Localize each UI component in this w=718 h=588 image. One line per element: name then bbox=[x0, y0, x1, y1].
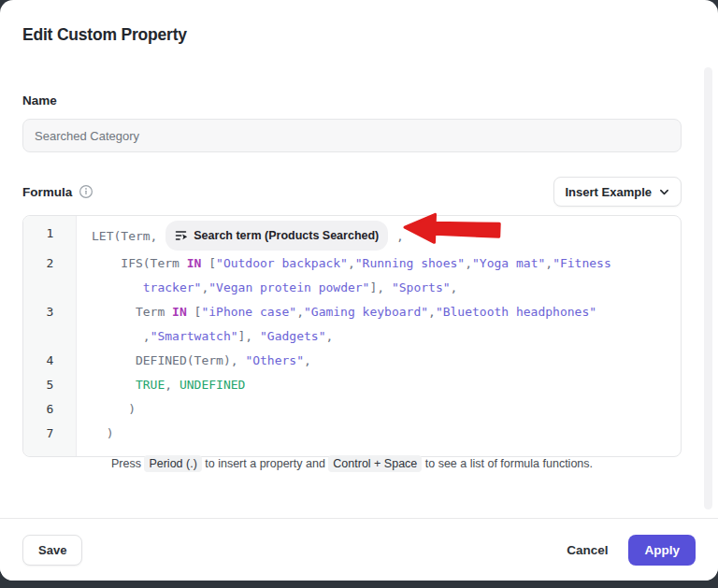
hint-text: to see a list of formula functions. bbox=[422, 457, 593, 470]
hint-text: Press bbox=[111, 457, 144, 470]
line-number: 2 bbox=[23, 251, 77, 300]
formula-editor[interactable]: 1LET(Term, Search term (Products Searche… bbox=[22, 215, 682, 457]
save-button[interactable]: Save bbox=[22, 535, 82, 566]
code-token: , bbox=[92, 329, 151, 343]
code-token: "Vegan protein powder" bbox=[208, 280, 369, 294]
code-token: , bbox=[451, 280, 458, 294]
code-line[interactable]: 4 DEFINED(Term), "Others", bbox=[23, 349, 681, 373]
code-token: IN bbox=[172, 305, 187, 319]
line-number: 5 bbox=[23, 373, 77, 397]
kbd-period: Period (.) bbox=[144, 455, 201, 472]
apply-button[interactable]: Apply bbox=[628, 535, 696, 566]
line-number: 6 bbox=[23, 397, 77, 422]
code-token: Term bbox=[92, 305, 172, 319]
code-token: , bbox=[465, 256, 472, 270]
code-token: "Others" bbox=[245, 353, 304, 367]
code-token: "Yoga mat" bbox=[472, 256, 545, 270]
code-line[interactable]: 2 IFS(Term IN ["Outdoor backpack","Runni… bbox=[23, 251, 681, 300]
code-token: , bbox=[165, 378, 180, 392]
edit-custom-property-modal: Edit Custom Property Name Formula Insert… bbox=[0, 0, 718, 581]
code-token: , bbox=[325, 329, 333, 343]
code-token: , bbox=[428, 305, 436, 319]
chevron-down-icon bbox=[659, 187, 669, 197]
code-token: , bbox=[296, 305, 304, 319]
kbd-control-space: Control + Space bbox=[328, 455, 422, 472]
cancel-button[interactable]: Cancel bbox=[567, 543, 608, 557]
code-token: "Smartwatch" bbox=[151, 329, 238, 343]
code-token: ) bbox=[92, 426, 113, 440]
code-token: "iPhone case" bbox=[201, 305, 296, 319]
code-token: , bbox=[348, 256, 355, 270]
formula-label: Formula bbox=[22, 185, 72, 199]
code-token: "Outdoor backpack" bbox=[216, 256, 348, 270]
code-token: [ bbox=[187, 305, 202, 319]
code-line[interactable]: 3 Term IN ["iPhone case","Gaming keyboar… bbox=[23, 300, 681, 349]
formula-editor-lines: 1LET(Term, Search term (Products Searche… bbox=[23, 222, 681, 446]
code-token: IN bbox=[187, 256, 202, 270]
code-token bbox=[92, 280, 143, 294]
code-token: ) bbox=[92, 402, 136, 416]
insert-example-label: Insert Example bbox=[566, 185, 653, 199]
code-token: "Sports" bbox=[392, 280, 451, 294]
code-token: [ bbox=[201, 256, 216, 270]
code-token: , bbox=[545, 256, 553, 270]
code-line[interactable]: 5 TRUE, UNDEFINED bbox=[23, 373, 681, 397]
line-number: 7 bbox=[23, 422, 77, 446]
code-line[interactable]: 7 ) bbox=[23, 422, 681, 446]
code-token: DEFINED(Term), bbox=[92, 353, 245, 367]
line-number: 4 bbox=[23, 349, 77, 373]
code-token: "Gaming keyboard" bbox=[304, 305, 428, 319]
formula-hint: Press Period (.) to insert a property an… bbox=[22, 457, 682, 470]
line-number: 1 bbox=[23, 222, 77, 251]
formula-header-row: Formula Insert Example bbox=[22, 177, 682, 207]
code-token: ], bbox=[369, 280, 391, 294]
code-line[interactable]: 1LET(Term, Search term (Products Searche… bbox=[23, 222, 681, 251]
hint-text: to insert a property and bbox=[202, 457, 329, 470]
lines-cursor-icon bbox=[175, 229, 188, 242]
property-chip-label: Search term (Products Searched) bbox=[194, 223, 379, 248]
name-label: Name bbox=[22, 93, 57, 108]
property-chip[interactable]: Search term (Products Searched) bbox=[165, 221, 388, 251]
code-token: "Running shoes" bbox=[355, 256, 465, 270]
modal-footer: Save Cancel Apply bbox=[0, 518, 718, 581]
code-line[interactable]: 6 ) bbox=[23, 397, 681, 422]
code-token: LET(Term, bbox=[92, 229, 165, 243]
name-input[interactable] bbox=[22, 119, 682, 152]
line-number: 3 bbox=[23, 300, 77, 349]
info-icon[interactable] bbox=[79, 184, 93, 199]
code-token: , bbox=[389, 229, 404, 243]
code-token: "Bluetooth headphones" bbox=[436, 305, 596, 319]
code-token: ], bbox=[238, 329, 260, 343]
code-token: "Gadgets" bbox=[260, 329, 325, 343]
code-token bbox=[92, 378, 136, 392]
insert-example-button[interactable]: Insert Example bbox=[553, 177, 682, 207]
code-token: , bbox=[304, 353, 311, 367]
code-token: UNDEFINED bbox=[180, 378, 245, 392]
vertical-scrollbar[interactable] bbox=[704, 67, 712, 509]
code-token: TRUE bbox=[136, 378, 165, 392]
code-token: tracker" bbox=[143, 280, 202, 294]
code-token: "Fitness bbox=[553, 256, 611, 270]
modal-title: Edit Custom Property bbox=[22, 25, 187, 45]
code-token: IFS(Term bbox=[92, 256, 187, 270]
